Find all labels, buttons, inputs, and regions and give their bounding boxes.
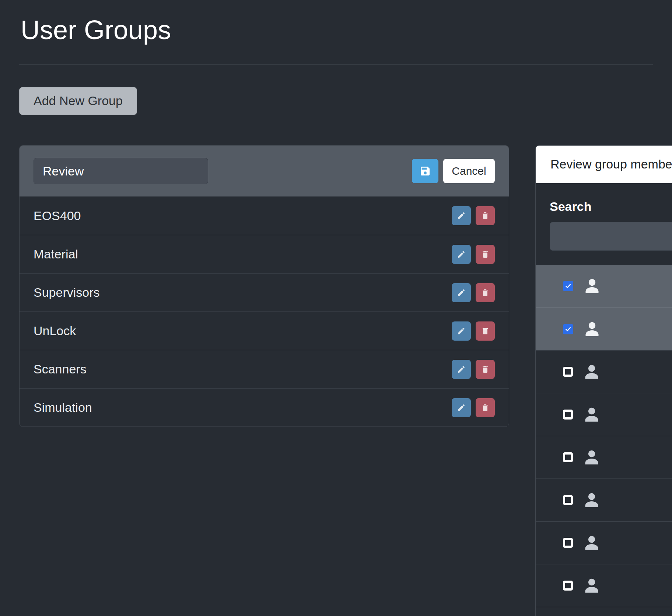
pencil-icon — [457, 403, 466, 412]
trash-icon — [481, 365, 490, 374]
delete-group-button[interactable] — [476, 321, 495, 341]
member-checkbox[interactable] — [563, 410, 573, 420]
edit-group-button[interactable] — [452, 321, 471, 341]
group-editor-header: Cancel — [20, 146, 509, 196]
member-row[interactable] — [536, 564, 672, 607]
delete-group-button[interactable] — [476, 283, 495, 302]
search-label: Search — [550, 199, 672, 214]
trash-icon — [481, 288, 490, 297]
groups-card: Cancel EOS400 Material — [19, 145, 509, 427]
member-row[interactable] — [536, 607, 672, 616]
member-row[interactable] — [536, 350, 672, 393]
edit-group-button[interactable] — [452, 360, 471, 379]
pencil-icon — [457, 288, 466, 297]
group-row: Material — [20, 235, 509, 273]
group-row: UnLock — [20, 312, 509, 350]
user-icon — [582, 577, 601, 595]
user-icon — [582, 491, 601, 509]
user-icon — [582, 363, 601, 381]
group-name: EOS400 — [34, 209, 81, 223]
member-checkbox[interactable] — [563, 495, 573, 505]
member-checkbox[interactable] — [563, 538, 573, 548]
group-name: Simulation — [34, 400, 92, 415]
member-row[interactable] — [536, 393, 672, 436]
member-row[interactable] — [536, 521, 672, 564]
delete-group-button[interactable] — [476, 398, 495, 417]
edit-group-button[interactable] — [452, 283, 471, 302]
member-checkbox[interactable] — [563, 581, 573, 591]
member-checkbox[interactable] — [563, 452, 573, 462]
edit-group-button[interactable] — [452, 398, 471, 417]
delete-group-button[interactable] — [476, 245, 495, 264]
trash-icon — [481, 250, 490, 259]
group-list: EOS400 Material — [20, 196, 509, 427]
group-row: Scanners — [20, 350, 509, 388]
group-name: Scanners — [34, 362, 87, 376]
user-icon — [582, 534, 601, 552]
group-name: Supervisors — [34, 285, 100, 300]
pencil-icon — [457, 211, 466, 220]
header-divider — [19, 65, 653, 65]
member-row[interactable] — [536, 478, 672, 521]
member-list — [536, 265, 672, 616]
group-row: EOS400 — [20, 196, 509, 235]
delete-group-button[interactable] — [476, 360, 495, 379]
pencil-icon — [457, 365, 466, 374]
group-name: UnLock — [34, 324, 76, 338]
group-row: Simulation — [20, 388, 509, 427]
pencil-icon — [457, 327, 466, 335]
edit-group-button[interactable] — [452, 206, 471, 225]
member-row[interactable] — [536, 436, 672, 478]
member-row[interactable] — [536, 265, 672, 307]
trash-icon — [481, 327, 490, 335]
group-name: Material — [34, 247, 78, 261]
user-icon — [582, 448, 601, 467]
member-checkbox[interactable] — [563, 281, 573, 291]
edit-group-button[interactable] — [452, 245, 471, 264]
member-search-input[interactable] — [550, 222, 672, 251]
member-checkbox[interactable] — [563, 324, 573, 334]
group-row: Supervisors — [20, 273, 509, 312]
page-title: User Groups — [21, 15, 672, 45]
members-panel-title: Review group members — [536, 146, 672, 183]
member-checkbox[interactable] — [563, 367, 573, 377]
members-panel: Review group members Search — [535, 145, 672, 616]
cancel-button[interactable]: Cancel — [443, 159, 495, 183]
save-group-button[interactable] — [412, 159, 438, 183]
trash-icon — [481, 211, 490, 220]
delete-group-button[interactable] — [476, 206, 495, 225]
pencil-icon — [457, 250, 466, 259]
member-row[interactable] — [536, 307, 672, 350]
user-icon — [583, 320, 601, 338]
user-icon — [583, 277, 601, 295]
floppy-disk-icon — [419, 165, 431, 177]
trash-icon — [481, 403, 490, 412]
add-new-group-button[interactable]: Add New Group — [19, 87, 137, 115]
group-name-input[interactable] — [34, 158, 208, 184]
user-icon — [582, 406, 601, 424]
